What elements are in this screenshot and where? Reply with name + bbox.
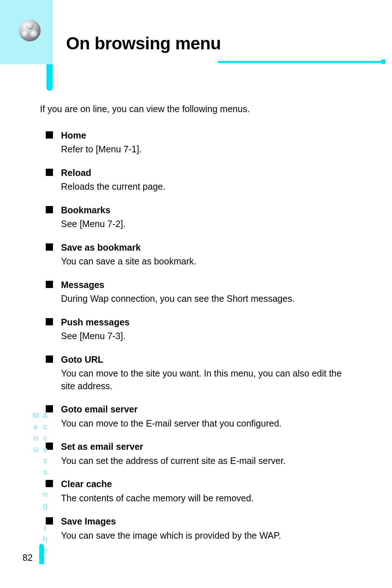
item-body: You can save a site as bookmark. — [61, 255, 352, 268]
header-accent-block — [0, 0, 53, 64]
item-heading: Reload — [61, 166, 352, 179]
item-body: You can move to the E-mail server that y… — [61, 417, 352, 430]
item-heading: Set as email server — [61, 440, 352, 453]
sphere-icon — [17, 18, 42, 43]
item-heading: Save Images — [61, 515, 352, 528]
list-item: Home Refer to [Menu 7-1]. — [40, 129, 352, 156]
item-body: You can set the address of current site … — [61, 455, 352, 467]
list-item: Messages During Wap connection, you can … — [40, 279, 352, 305]
list-item: Push messages See [Menu 7-3]. — [40, 316, 352, 342]
intro-text: If you are on line, you can view the fol… — [40, 103, 352, 115]
item-heading: Bookmarks — [61, 204, 352, 217]
title-accent-bar — [46, 64, 53, 91]
item-body: Refer to [Menu 7-1]. — [61, 143, 352, 156]
list-item: Set as email server You can set the addr… — [40, 440, 352, 467]
page-number: 82 — [23, 552, 33, 563]
list-item: Goto URL You can move to the site you wa… — [40, 353, 352, 392]
item-heading: Clear cache — [61, 478, 352, 490]
item-heading: Messages — [61, 279, 352, 291]
content-area: If you are on line, you can view the fol… — [40, 103, 352, 552]
item-body: You can move to the site you want. In th… — [61, 367, 352, 392]
page-number-accent — [39, 544, 44, 564]
item-heading: Push messages — [61, 316, 352, 329]
horizontal-rule-cap — [381, 59, 385, 64]
item-body: See [Menu 7-3]. — [61, 330, 352, 342]
list-item: Save Images You can save the image which… — [40, 515, 352, 542]
item-heading: Goto URL — [61, 353, 352, 366]
item-body: The contents of cache memory will be rem… — [61, 492, 352, 505]
item-heading: Home — [61, 129, 352, 142]
item-heading: Goto email server — [61, 403, 352, 416]
item-body: See [Menu 7-2]. — [61, 218, 352, 230]
svg-point-2 — [30, 30, 38, 38]
list-item: Goto email server You can move to the E-… — [40, 403, 352, 429]
item-heading: Save as bookmark — [61, 241, 352, 254]
item-body: Reloads the current page. — [61, 180, 352, 193]
list-item: Reload Reloads the current page. — [40, 166, 352, 193]
item-body: During Wap connection, you can see the S… — [61, 292, 352, 305]
list-item: Save as bookmark You can save a site as … — [40, 241, 352, 268]
svg-point-1 — [22, 30, 29, 38]
list-item: Bookmarks See [Menu 7-2]. — [40, 204, 352, 230]
horizontal-rule — [218, 61, 381, 63]
list-item: Clear cache The contents of cache memory… — [40, 478, 352, 504]
page-title: On browsing menu — [66, 33, 221, 53]
item-body: You can save the image which is provided… — [61, 529, 352, 542]
svg-point-3 — [26, 22, 33, 30]
